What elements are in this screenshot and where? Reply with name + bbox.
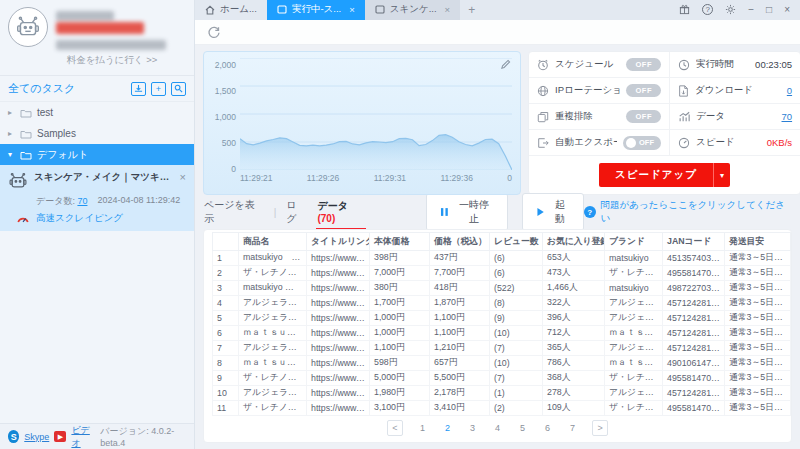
tab-running-task[interactable]: 実行中-ス... × [267, 0, 365, 20]
table-row[interactable]: 10 アルジェラン モ... https://www.mats... 1,980… [213, 386, 791, 401]
cell-brand: ザ・レチノタイム [605, 371, 663, 386]
folder-label: Samples [37, 128, 76, 139]
cell-title-link[interactable]: https://www.mats... [307, 266, 370, 281]
close-tab-icon[interactable]: × [349, 4, 355, 15]
table-row[interactable]: 7 アルジェラン モ... https://www.mats... 1,100円… [213, 341, 791, 356]
cell-title-link[interactable]: https://www.mats... [307, 386, 370, 401]
pause-icon [440, 207, 449, 217]
auto-export-toggle[interactable]: OFF [623, 136, 661, 150]
gear-icon[interactable] [725, 4, 736, 15]
runtime-row: 実行時間 00:23:05 [670, 52, 800, 78]
help-icon[interactable]: ? [702, 4, 713, 15]
table-row[interactable]: 1 matsukiyo クレ... https://www.mats... 39… [213, 251, 791, 266]
folder-test[interactable]: ▸ test [0, 102, 194, 123]
cell-reviews: (522) [490, 281, 543, 296]
table-row[interactable]: 2 ザ・レチノタイ... https://www.mats... 7,000円 … [213, 266, 791, 281]
import-task-icon[interactable] [131, 82, 146, 96]
cell-jan-code: 4987227030132 [663, 281, 725, 296]
tab-log[interactable]: ログ [285, 194, 307, 230]
cell-reviews: (9) [490, 311, 543, 326]
trouble-help-link[interactable]: ? 問題があったらここをクリックしてください [584, 199, 792, 225]
pause-button[interactable]: 一時停止 [426, 193, 508, 231]
cell-title-link[interactable]: https://www.mats... [307, 311, 370, 326]
cell-brand: ｍａｔｓｕｋｉ... [605, 356, 663, 371]
search-task-icon[interactable] [171, 82, 186, 96]
cell-shipping: 通常3～5日以内... [725, 266, 791, 281]
tab-view-page[interactable]: ページを表示 [203, 194, 265, 230]
cell-price: 1,980円 [370, 386, 430, 401]
cell-price-tax: 5,500円 [430, 371, 490, 386]
user-avatar[interactable] [8, 7, 48, 47]
video-link[interactable]: ビデオ [71, 424, 95, 449]
chevron-down-icon: ▾ [8, 150, 15, 159]
maximize-icon[interactable]: □ [766, 4, 772, 15]
gift-icon[interactable] [679, 4, 690, 15]
close-window-icon[interactable]: × [784, 4, 790, 15]
page-5[interactable]: 5 [517, 421, 528, 435]
cell-jan-code: 4571242815708 [663, 386, 725, 401]
auto-export-row: 自動エクスポート OFF [529, 130, 670, 156]
user-area: 料金を払うに行く >> [0, 0, 194, 75]
new-tab-button[interactable]: + [460, 0, 483, 20]
cell-jan-code: 4571242817191 [663, 326, 725, 341]
cell-price-tax: 437円 [430, 251, 490, 266]
cell-shipping: 通常3～5日以内... [725, 386, 791, 401]
start-button[interactable]: 起動 [522, 193, 584, 231]
cell-brand: ザ・レチノタイム [605, 266, 663, 281]
pay-link[interactable]: 料金を払うに行く >> [8, 50, 186, 73]
cell-title-link[interactable]: https://www.mats... [307, 326, 370, 341]
cell-favorites: 1,466人 [543, 281, 605, 296]
cell-title-link[interactable]: https://www.mats... [307, 281, 370, 296]
next-page-button[interactable]: > [592, 420, 608, 436]
table-row[interactable]: 9 ザ・レチノタイ... https://www.mats... 5,000円 … [213, 371, 791, 386]
runtime-value: 00:23:05 [755, 59, 792, 70]
skype-link[interactable]: Skype [24, 432, 49, 442]
folder-default[interactable]: ▾ デフォルト [0, 144, 194, 165]
schedule-toggle[interactable]: OFF [626, 58, 661, 71]
cell-title-link[interactable]: https://www.mats... [307, 341, 370, 356]
cell-title-link[interactable]: https://www.mats... [307, 356, 370, 371]
add-task-icon[interactable]: + [151, 82, 166, 96]
tab-data[interactable]: データ(70) [316, 195, 365, 230]
dedup-toggle[interactable]: OFF [626, 110, 661, 123]
close-tab-icon[interactable]: × [445, 4, 451, 15]
page-6[interactable]: 6 [542, 421, 553, 435]
folder-samples[interactable]: ▸ Samples [0, 123, 194, 144]
task-item[interactable]: スキンケア・メイク｜マツキヨココカラオ... × データ数: 70 2024-0… [0, 165, 194, 231]
table-row[interactable]: 6 ｍａｔｓｕｋｉ... https://www.mats... 1,000円 … [213, 326, 791, 341]
page-3[interactable]: 3 [467, 421, 478, 435]
table-row[interactable]: 11 ザ・レチノタイ... https://www.mats... 3,100円… [213, 401, 791, 416]
robot-icon [8, 171, 28, 191]
cell-title-link[interactable]: https://www.mats... [307, 371, 370, 386]
data-count-link[interactable]: 70 [77, 196, 87, 206]
ip-rotation-row: IPローテーション OFF [529, 78, 670, 104]
tab-skincare[interactable]: スキンケ... × [365, 0, 460, 20]
cell-title-link[interactable]: https://www.mats... [307, 251, 370, 266]
page-7[interactable]: 7 [567, 421, 578, 435]
page-4[interactable]: 4 [492, 421, 503, 435]
prev-page-button[interactable]: < [387, 420, 403, 436]
cell-title-link[interactable]: https://www.mats... [307, 401, 370, 416]
cell-brand: アルジェラン [605, 386, 663, 401]
table-row[interactable]: 8 ｍａｔｓｕｋｉ... https://www.mats... 598円 65… [213, 356, 791, 371]
table-row[interactable]: 3 matsukiyo 目も... https://www.mats... 38… [213, 281, 791, 296]
minimize-icon[interactable]: − [748, 4, 754, 15]
refresh-icon[interactable] [207, 25, 221, 39]
scrape-mode-label[interactable]: 高速スクレイピング [36, 212, 123, 225]
cell-title-link[interactable]: https://www.mats... [307, 296, 370, 311]
tab-home[interactable]: ホーム... [195, 0, 267, 20]
cell-favorites: 786人 [543, 356, 605, 371]
download-count-link[interactable]: 0 [787, 85, 792, 96]
cell-shipping: 通常3～5日以内... [725, 311, 791, 326]
table-row[interactable]: 4 アルジェラン モ... https://www.mats... 1,700円… [213, 296, 791, 311]
page-1[interactable]: 1 [417, 421, 428, 435]
table-row[interactable]: 5 アルジェラン モ... https://www.mats... 1,000円… [213, 311, 791, 326]
data-count-link[interactable]: 70 [782, 111, 793, 122]
speed-up-button[interactable]: スピードアップ ▾ [599, 163, 730, 187]
chevron-down-icon[interactable]: ▾ [713, 163, 730, 187]
cell-price-tax: 1,210円 [430, 341, 490, 356]
ip-rotation-toggle[interactable]: OFF [626, 84, 661, 97]
page-2-active[interactable]: 2 [442, 421, 453, 435]
close-task-icon[interactable]: × [178, 171, 188, 183]
row-number: 1 [213, 251, 239, 266]
